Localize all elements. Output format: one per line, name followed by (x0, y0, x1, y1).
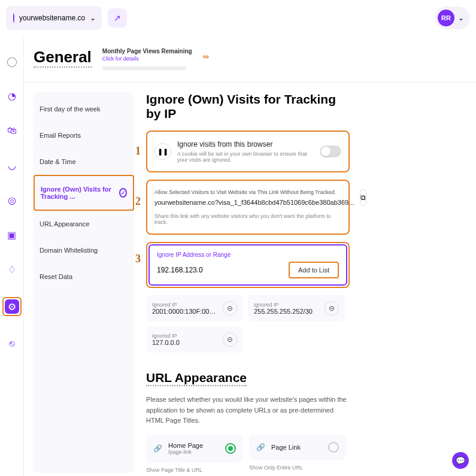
settings-item-label: Ignore (Own) Visits for Tracking ... (41, 186, 119, 200)
pause-icon: ❚❚ (154, 143, 171, 160)
share-instruction: Allow Selected Visitors to Visit Website… (154, 189, 354, 195)
side-navigation: ◯ ◔ 🛍 ◡ ◎ ▣ ♢ ⚙ ⎋ (0, 36, 24, 476)
nav-dashboard-icon[interactable]: ◯ (5, 54, 19, 68)
page-title: General (34, 48, 92, 68)
account-menu[interactable]: RR ⌄ (435, 7, 470, 29)
remove-ip-button[interactable]: ⊖ (325, 301, 339, 316)
pv-details-link[interactable]: Click for details (102, 56, 192, 62)
ignore-browser-desc: A cookie will be set in your own browser… (177, 151, 314, 163)
link-icon: 🔗 (153, 444, 162, 453)
settings-item-email-reports[interactable]: Email Reports (34, 122, 134, 148)
settings-item-domain-whitelisting[interactable]: Domain Whitelisting (34, 237, 134, 263)
annotation-1: 1 (135, 145, 141, 157)
help-chat-button[interactable]: 💬 (452, 452, 469, 469)
share-link-card: Allow Selected Visitors to Visit Website… (146, 180, 350, 235)
nav-settings-icon[interactable]: ⚙ (5, 299, 19, 314)
share-link-value: yourwebsitename.co?visa_1_f3644b8cbd47b5… (154, 199, 354, 206)
link-icon: 🔗 (256, 443, 265, 451)
copy-link-button[interactable]: ⧉ (360, 189, 366, 206)
settings-item-reset-data[interactable]: Reset Data (34, 263, 134, 290)
settings-item-date-time[interactable]: Date & Time (34, 148, 134, 175)
chevron-down-icon: ⌄ (90, 14, 96, 22)
ignored-ip-chip: Ignored IP255.255.255.252/30 ⊖ (248, 295, 345, 322)
ignored-ip-chip: Ignored IP2001:0000:130F:0000:0000:... ⊖ (146, 295, 243, 322)
chevron-down-icon: ⌄ (458, 14, 464, 22)
add-ip-card: Ignore IP Address or Range 192.168.123.0… (146, 242, 350, 288)
add-to-list-button[interactable]: Add to List (289, 262, 339, 278)
open-external-button[interactable]: ↗ (108, 8, 127, 28)
infinity-icon: ∞ (203, 51, 209, 61)
page-views-box[interactable]: Monthly Page Views Remaining Click for d… (102, 48, 192, 70)
pv-progress-bar (102, 66, 186, 70)
nav-analytics-icon[interactable]: ◔ (5, 89, 19, 103)
highlight-marker: ⚙ (2, 297, 22, 316)
url-option-title-and-url[interactable]: 🔗 Home Page /page-link (146, 435, 243, 462)
check-icon: ✓ (119, 188, 127, 198)
section-title: Ignore (Own) Visits for Tracking by IP (146, 92, 350, 121)
ignore-browser-card: ❚❚ Ignore visits from this browser A coo… (146, 131, 350, 172)
nav-shield-icon[interactable]: ♢ (5, 262, 19, 277)
pv-label: Monthly Page Views Remaining (102, 48, 192, 54)
radio-selected[interactable] (225, 443, 236, 454)
ignored-ip-chip: Ignored IP127.0.0.0 ⊖ (146, 326, 243, 353)
avatar: RR (438, 10, 454, 26)
url-option-entire-url[interactable]: 🔗 Page Link (249, 435, 346, 460)
nav-media-icon[interactable]: ▣ (5, 228, 19, 242)
ip-input[interactable]: 192.168.123.0 (157, 266, 283, 274)
url-section-desc: Please select whether you would like you… (146, 395, 350, 426)
ignore-browser-title: Ignore visits from this browser (177, 140, 314, 148)
site-icon (13, 13, 14, 23)
share-note: Share this link with any website visitor… (154, 213, 341, 225)
radio-unselected[interactable] (328, 442, 339, 453)
nav-activity-icon[interactable]: ◡ (5, 158, 19, 172)
url-section-title: URL Appearance (146, 371, 247, 386)
site-name: yourwebsitename.co (19, 14, 85, 22)
remove-ip-button[interactable]: ⊖ (223, 332, 237, 347)
settings-item-url-appearance[interactable]: URL Appearance (34, 211, 134, 237)
nav-user-icon[interactable]: ⎋ (5, 336, 19, 351)
remove-ip-button[interactable]: ⊖ (223, 301, 237, 316)
annotation-3: 3 (135, 253, 141, 265)
settings-item-first-day[interactable]: First day of the week (34, 96, 134, 122)
nav-target-icon[interactable]: ◎ (5, 193, 19, 207)
nav-shopping-icon[interactable]: 🛍 (5, 123, 19, 138)
ignore-browser-toggle[interactable] (320, 145, 341, 157)
settings-nav: First day of the week Email Reports Date… (34, 92, 134, 473)
site-selector[interactable]: yourwebsitename.co ⌄ (6, 6, 102, 30)
settings-item-ignore-visits[interactable]: Ignore (Own) Visits for Tracking ... ✓ (34, 175, 134, 211)
ip-input-label: Ignore IP Address or Range (157, 251, 339, 258)
annotation-2: 2 (135, 195, 141, 208)
